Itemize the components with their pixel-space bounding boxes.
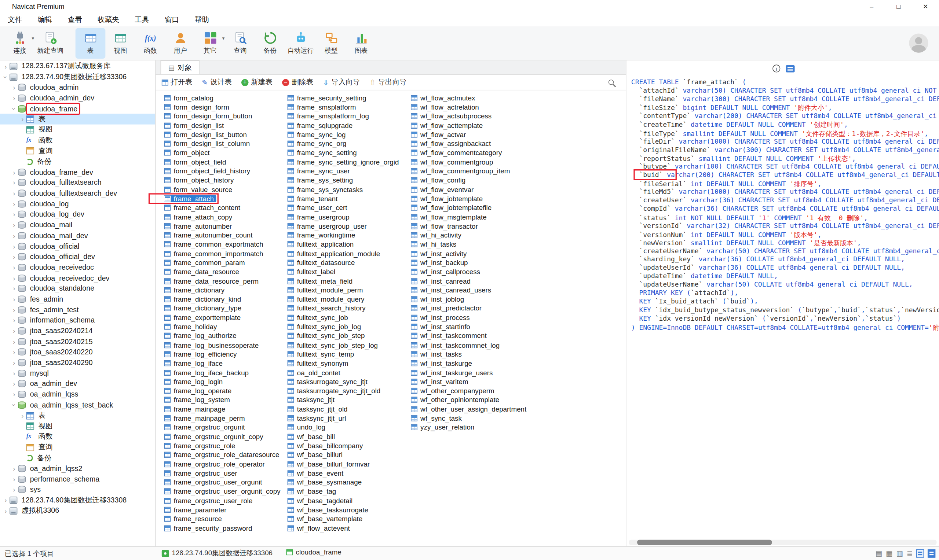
table-list-item[interactable]: form_value_source [157, 185, 280, 194]
table-list-item[interactable]: frame_log_iface_backup [157, 368, 280, 377]
table-list-item[interactable]: frame_attach_content [157, 203, 280, 212]
sql-preview-pane-icon[interactable] [928, 549, 935, 558]
table-list-item[interactable]: frame_usergroup_user [280, 222, 404, 231]
tree-item[interactable]: ›表 [0, 114, 155, 125]
table-list-item[interactable]: wf_flow_commentcategory [404, 148, 527, 158]
table-list-item[interactable]: yzy_user_relation [404, 423, 527, 432]
table-list-item[interactable]: frame_sync_user [280, 166, 404, 175]
users-button[interactable]: 用户 [165, 28, 196, 58]
chevron-icon[interactable]: › [3, 507, 9, 515]
table-list-item[interactable]: wf_inst_process [404, 313, 527, 322]
table-list-item[interactable]: oa_old_contet [280, 368, 404, 377]
table-list-item[interactable]: frame_sys_setting [280, 175, 404, 185]
table-list-item[interactable]: wf_inst_varitem [404, 377, 527, 386]
table-list-item[interactable]: frame_data_resource_perm [157, 276, 280, 286]
table-list-item[interactable]: wf_flow_actvar [404, 130, 527, 139]
table-list-item[interactable]: wf_sync_task [404, 414, 527, 423]
table-list-item[interactable]: wf_flow_eventvar [404, 185, 527, 194]
new-query-button[interactable]: 新建查询 [35, 28, 66, 58]
table-list-item[interactable]: wf_inst_taskcomment [404, 331, 527, 340]
tree-item[interactable]: ›虚拟机3306 [0, 505, 155, 516]
tree-item[interactable]: ›cloudoa_fulltextsearch [0, 177, 155, 188]
table-list-item[interactable]: frame_log_login [157, 377, 280, 386]
table-list-item[interactable]: fulltext_sync_job_step [280, 331, 404, 340]
table-list-item[interactable]: fulltext_module_perm [280, 286, 404, 295]
status-database[interactable]: cloudoa_frame [286, 549, 341, 556]
table-list-item[interactable]: frame_autonumber_count [157, 231, 280, 240]
table-list-item[interactable]: wf_flow_jobtemplatefile [404, 203, 527, 212]
tree-item[interactable]: ›cloudoa_official_dev [0, 251, 155, 262]
chevron-icon[interactable]: › [11, 317, 17, 324]
tree-item[interactable]: ›fes_admin [0, 294, 155, 305]
tree-item[interactable]: ›oa_admin_lqss [0, 389, 155, 400]
table-list-item[interactable]: frame_orgstruc_role_operator [157, 460, 280, 469]
info-icon[interactable] [772, 65, 780, 72]
chevron-icon[interactable]: › [11, 295, 17, 303]
tree-item[interactable]: 查询 [0, 146, 155, 157]
table-list-item[interactable]: fulltext_sync_temp [280, 350, 404, 359]
table-list-item[interactable]: wf_inst_predictactor [404, 304, 527, 313]
table-list-item[interactable]: fulltext_datasource [280, 258, 404, 267]
table-list-item[interactable]: form_object_field_history [157, 166, 280, 175]
chevron-icon[interactable]: › [11, 285, 17, 292]
table-list-item[interactable]: wf_inst_taskurge_users [404, 368, 527, 377]
table-list-item[interactable]: wf_base_bill [280, 432, 404, 441]
menu-window[interactable]: 窗口 [157, 13, 187, 26]
table-list-item[interactable]: wf_inst_callprocess [404, 267, 527, 276]
table-list-item[interactable]: form_design_list_button [157, 130, 280, 139]
charts-button[interactable]: 图表 [346, 28, 376, 58]
table-list-item[interactable]: frame_orgstruc_user [157, 469, 280, 478]
table-list-item[interactable]: frame_orgstruc_user_orgunit_copy [157, 487, 280, 496]
tree-item[interactable]: 函数 [0, 135, 155, 146]
open-table-button[interactable]: 打开表 [162, 77, 192, 88]
table-list-item[interactable]: wf_flow_jobtemplate [404, 194, 527, 203]
table-list-item[interactable]: wf_other_user_assign_department [404, 405, 527, 414]
menu-favorites[interactable]: 收藏夹 [90, 13, 127, 26]
table-list-item[interactable]: fulltext_meta_field [280, 276, 404, 286]
table-list-item[interactable]: tasksync_jtjt_url [280, 414, 404, 423]
table-list-item[interactable]: form_design_form_button [157, 112, 280, 121]
table-list-item[interactable]: frame_orgstruc_role_dataresource [157, 451, 280, 460]
table-list-item[interactable]: frame_exporttemplate [157, 313, 280, 322]
chevron-icon[interactable]: › [11, 95, 17, 102]
chevron-icon[interactable]: › [11, 222, 17, 229]
table-list-item[interactable]: form_catalog [157, 94, 280, 103]
table-list-item[interactable]: fulltext_search_history [280, 304, 404, 313]
chevron-icon[interactable]: › [11, 402, 18, 408]
table-list-item[interactable]: frame_security_setting [280, 94, 404, 103]
table-list-item[interactable]: fulltext_application [280, 240, 404, 249]
tree-item[interactable]: ›jtoa_saas20240214 [0, 325, 155, 336]
chevron-icon[interactable]: › [11, 243, 17, 250]
chevron-icon[interactable]: › [11, 200, 17, 208]
functions-button[interactable]: f(x) 函数 [135, 28, 165, 58]
chevron-icon[interactable]: › [11, 179, 17, 186]
table-list-item[interactable]: tasksurrogate_sync_jtjt_old [280, 386, 404, 395]
tree-item[interactable]: ›128.23.67.137测试微服务库 [0, 61, 155, 72]
table-list-item[interactable]: wf_hi_tasks [404, 240, 527, 249]
table-list-item[interactable]: wf_inst_canread [404, 276, 527, 286]
tree-item[interactable]: ›cloudoa_admin_dev [0, 93, 155, 103]
grid-view-icon[interactable]: ≣ [907, 549, 913, 558]
others-button[interactable]: 其它 ▾ [195, 28, 225, 58]
automation-button[interactable]: 自动运行 [285, 28, 316, 58]
chevron-icon[interactable]: › [11, 253, 17, 261]
table-list-item[interactable]: wf_base_vartemplate [280, 515, 404, 524]
table-list-item[interactable]: frame_orgstruc_user_role [157, 496, 280, 505]
table-list-item[interactable]: frame_orgstruc_role [157, 441, 280, 451]
menu-view[interactable]: 查看 [60, 13, 90, 26]
tree-item[interactable]: ›oa_admin_dev [0, 378, 155, 389]
tree-item[interactable]: ›cloudoa_mail [0, 220, 155, 231]
chevron-icon[interactable]: › [3, 497, 9, 504]
query-button[interactable]: 查询 [225, 28, 255, 58]
table-list-item[interactable]: wf_inst_joblog [404, 295, 527, 304]
table-list-item[interactable]: wf_inst_canread_users [404, 286, 527, 295]
table-list-item[interactable]: frame_resource [157, 515, 280, 524]
tree-item[interactable]: ›jtoa_saas20240220 [0, 347, 155, 357]
table-list-item[interactable]: wf_flow_actmutex [404, 94, 527, 103]
menu-file[interactable]: 文件 [0, 13, 30, 26]
tree-item[interactable]: ›oa_admin_lqss_test_back [0, 400, 155, 411]
table-list-item[interactable]: frame_mainpage [157, 405, 280, 414]
minimize-button[interactable]: – [858, 0, 885, 13]
tree-item[interactable]: ›cloudoa_standalone [0, 283, 155, 294]
chevron-down-icon[interactable]: ▾ [222, 35, 225, 41]
